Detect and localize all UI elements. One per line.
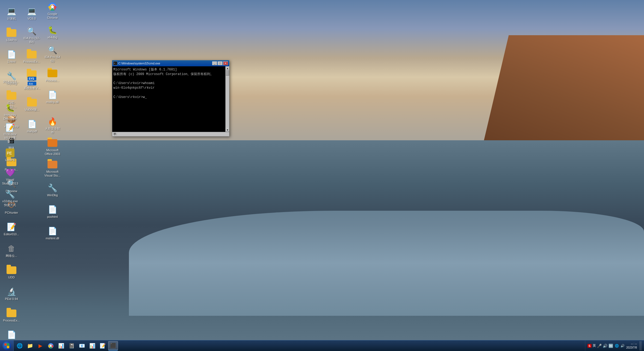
- volume-icon[interactable]: 🔊: [603, 344, 607, 348]
- cmd-scrollbar[interactable]: ▲ ▼: [225, 66, 229, 132]
- icon-msvisual[interactable]: Microsoft Visual Stu...: [43, 158, 62, 179]
- icon-mstlhpdll[interactable]: 📄 mstlhp.dll: [43, 87, 62, 107]
- x64dbg-icon: 🐛: [48, 25, 57, 35]
- taskbar-word[interactable]: 📝: [98, 341, 108, 350]
- close-button[interactable]: ✕: [223, 61, 228, 65]
- icon-windbg[interactable]: 🔧 WinDbg: [43, 180, 62, 200]
- icon-recyclebin[interactable]: 🗑 网络位...: [2, 240, 21, 261]
- icon-1html[interactable]: 📄 1.html: [2, 46, 21, 67]
- icon-idapro64[interactable]: 🔍 IDA Pro (64位): [43, 44, 62, 64]
- taskbar-onenote[interactable]: 📓: [67, 341, 76, 350]
- svg-text:PE: PE: [7, 151, 12, 155]
- windows-logo-red: [4, 343, 7, 346]
- pdf-icon: 📄: [27, 119, 37, 129]
- folder-icon: [7, 28, 16, 38]
- html-file-icon: 📄: [7, 50, 16, 60]
- icon-010editor[interactable]: 📝 010Editor V8.1.2重量...: [1, 123, 20, 144]
- icon-label: 1.html: [7, 60, 16, 64]
- icon-label: Editor010...: [4, 233, 19, 236]
- mic-icon[interactable]: 🎤: [597, 344, 602, 348]
- taskbar-excel[interactable]: 📊: [56, 341, 66, 350]
- icon-peid[interactable]: 🔬 PEid 0.94: [2, 284, 21, 304]
- icon-x64dbg[interactable]: 🐛 x64dbg: [43, 22, 62, 43]
- lordpe-icon: PE: [5, 148, 15, 158]
- cmd-status: 半:: [113, 132, 117, 136]
- ime-area[interactable]: S 英 🎤 🔊 🔤: [587, 343, 613, 348]
- desktop: [0, 0, 644, 351]
- icon-idapro32[interactable]: 🔍 IDA Pro (32-Bit): [22, 25, 41, 45]
- cmd-window[interactable]: C: C:\Windows\system32\cmd.exe _ □ ✕ Mic…: [112, 60, 229, 136]
- chrome-icon: [48, 2, 57, 12]
- taskbar-outlook[interactable]: 📧: [77, 341, 87, 350]
- windows-logo-yellow: [7, 346, 9, 348]
- taskbar-mediaplayer[interactable]: ▶: [36, 341, 45, 350]
- icon-label: LordPE: [5, 158, 15, 162]
- icon-label: 计算机: [7, 17, 16, 20]
- cmd-title: C: C:\Windows\system32\cmd.exe: [113, 61, 160, 65]
- taskbar-tray: S 英 🎤 🔊 🔤 🌐 🔊 -- : -- 2023/7/8: [585, 340, 644, 351]
- icon-label: mstlhp.dll: [46, 100, 59, 104]
- svg-text:系统: 系统: [29, 83, 33, 85]
- icon-editor010[interactable]: 📝 Editor010...: [2, 219, 21, 239]
- icon-sys[interactable]: SYS 系统 系统分析V...: [22, 73, 42, 93]
- start-button[interactable]: [0, 340, 14, 351]
- network-icon[interactable]: 🌐: [615, 344, 619, 348]
- ime-label: 英: [593, 343, 596, 348]
- clock-date: 2023/7/8: [626, 346, 637, 350]
- icon-label: PCHunter: [5, 211, 18, 215]
- icon-processex[interactable]: ProcessEx...: [2, 305, 21, 326]
- translate-icon[interactable]: 🔤: [608, 344, 613, 348]
- taskbar-explorer[interactable]: 📁: [25, 341, 35, 350]
- windbg-icon: 🔧: [48, 183, 57, 193]
- taskbar-cmd-active[interactable]: ⬛: [108, 341, 118, 350]
- date-label: 20141213...: [3, 80, 19, 84]
- icon-mshtml[interactable]: 📄 mshtml.dll: [43, 223, 62, 243]
- icon-google-chrome[interactable]: Google Chrome: [43, 1, 62, 21]
- computer-icon: 💻: [7, 7, 16, 16]
- scrollbar-up[interactable]: ▲: [226, 66, 229, 70]
- system-clock[interactable]: -- : -- 2023/7/8: [626, 342, 637, 350]
- taskbar-ie[interactable]: 🌐: [15, 341, 25, 350]
- icon-lordpe[interactable]: PE LordPE: [1, 145, 20, 165]
- icon-label: 网络位...: [6, 254, 17, 258]
- icon-poohtml[interactable]: 📄 poohtml: [43, 201, 62, 222]
- svg-text:SYS: SYS: [29, 77, 34, 80]
- icon-label: Immunity Debugger: [2, 113, 19, 120]
- minimize-button[interactable]: _: [212, 61, 217, 65]
- icon-vid064[interactable]: Vid064驱...: [22, 94, 42, 115]
- icon-computer[interactable]: 💻 计算机: [2, 3, 21, 24]
- icon-ldapro[interactable]: LDAPro: [2, 25, 21, 45]
- scrollbar-down[interactable]: ▼: [226, 128, 229, 132]
- icon-x32dbg[interactable]: 🔧 x32dbg.exe 快捷方式: [1, 188, 20, 208]
- icon-label: IDA Pro (32-Bit): [23, 37, 40, 44]
- show-desktop-button[interactable]: [640, 341, 642, 350]
- icon-msoffice2003[interactable]: Microsoft Office-2003: [43, 137, 62, 157]
- taskbar: 🌐 📁 ▶ 📊 📓 📧: [0, 340, 644, 351]
- taskbar-powerpoint[interactable]: 📊: [87, 341, 97, 350]
- icon-anquan[interactable]: 🔥 火炬安全软件: [43, 115, 62, 136]
- icon-process-hacker[interactable]: Process...: [43, 65, 62, 86]
- dll-icon: 📄: [48, 90, 57, 100]
- cmd-body[interactable]: Microsoft Windows [版本 6.1.7601] 版权所有 (c)…: [112, 66, 229, 132]
- windows-logo: [4, 343, 9, 348]
- icon-label: VC6.0: [28, 17, 36, 20]
- scrollbar-thumb[interactable]: [226, 70, 229, 76]
- taskbar-chrome[interactable]: [46, 341, 56, 350]
- icon-vs2013[interactable]: 💜 Visual Studio 2013: [1, 166, 20, 187]
- icon-label: PEid 0.94: [5, 297, 18, 301]
- vid-icon: [27, 98, 37, 108]
- sys-icon: SYS 系统: [27, 76, 37, 86]
- icon-date: 20141213...: [1, 72, 20, 92]
- background-water: [129, 211, 644, 316]
- cmd-titlebar[interactable]: C: C:\Windows\system32\cmd.exe _ □ ✕: [112, 60, 229, 66]
- icon-immunity[interactable]: 🐛 Immunity Debugger: [1, 102, 20, 122]
- volume-control[interactable]: 🔊: [621, 344, 625, 348]
- icon-vc60[interactable]: 💻 VC6.0: [22, 3, 41, 24]
- maximize-button[interactable]: □: [218, 61, 223, 65]
- icon-udd[interactable]: UDD: [2, 262, 21, 282]
- icon-processex2[interactable]: ProcessEx...: [22, 46, 41, 67]
- ida64-icon: 🔍: [48, 45, 57, 55]
- icon-mahpdf[interactable]: 📄 mahpdf: [22, 116, 42, 136]
- ime-indicator[interactable]: S: [587, 344, 592, 348]
- vs-icon: 💜: [5, 168, 15, 177]
